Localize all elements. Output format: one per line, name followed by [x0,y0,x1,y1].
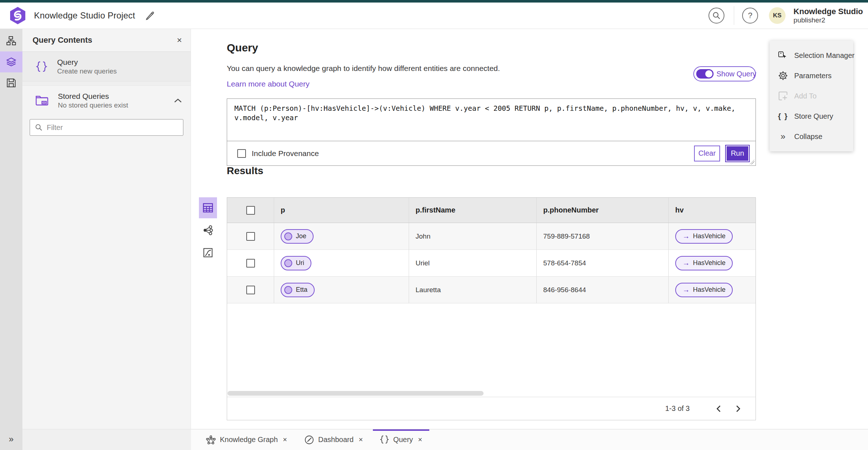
rail-item-model[interactable] [0,30,22,51]
scrollbar-thumb[interactable] [227,391,484,396]
table-row[interactable]: Uri Uriel 578-654-7854 →HasVehicle [227,250,756,277]
braces-icon: { } [778,112,788,121]
row-checkbox[interactable] [246,259,255,268]
arrow-right-icon: → [682,259,690,267]
graph-view-button[interactable] [199,220,217,241]
parameters-button[interactable]: Parameters [770,67,853,85]
run-button[interactable]: Run [726,146,749,161]
select-all-checkbox[interactable] [246,206,255,215]
close-tab-icon[interactable]: × [418,436,422,444]
braces-icon [35,60,48,73]
header-actions: ? KS Knowledge Studio publisher2 [709,6,863,25]
panel-item-sublabel: No stored queries exist [58,101,128,110]
panel-item-label: Stored Queries [58,91,128,101]
cell-firstname: Uriel [409,250,537,276]
chevron-up-icon[interactable] [174,98,182,103]
table-header-row: p p.firstName p.phoneNumber hv [227,198,756,223]
rail-item-save[interactable] [0,72,22,93]
panel-item-label: Query [57,57,117,67]
help-button[interactable]: ? [742,8,758,24]
store-query-button[interactable]: { } Store Query [770,107,853,125]
resize-grip-icon[interactable] [749,159,754,164]
include-provenance-label: Include Provenance [252,149,319,158]
app-header: Knowledge Studio Project ? KS Knowledge … [0,3,868,29]
row-checkbox[interactable] [246,286,255,294]
filter-input[interactable] [47,123,178,132]
user-avatar[interactable]: KS [769,7,786,24]
panel-item-sublabel: Create new queries [57,67,117,76]
project-title: Knowledge Studio Project [34,10,135,21]
cell-firstname: John [409,223,537,249]
entity-pill[interactable]: Uri [281,256,311,270]
row-checkbox[interactable] [246,232,255,241]
column-header-hv[interactable]: hv [669,198,756,223]
entity-pill[interactable]: Joe [281,229,314,244]
horizontal-scrollbar [227,390,756,397]
relationship-pill[interactable]: →HasVehicle [675,256,733,270]
table-pagination: 1-3 of 3 [227,397,756,420]
expand-panel-button[interactable]: » [0,431,22,447]
panel-item-query[interactable]: Query Create new queries [22,52,191,81]
column-header-firstname[interactable]: p.firstName [409,198,537,223]
panel-title: Query Contents [33,35,92,45]
save-icon [7,78,16,88]
show-query-toggle[interactable]: Show Query [693,66,756,81]
entity-node-icon [284,232,292,240]
show-query-label: Show Query [716,70,756,78]
table-row[interactable]: Etta Lauretta 846-956-8644 →HasVehicle [227,277,756,303]
product-name: Knowledge Studio [793,7,863,16]
panel-item-stored-queries[interactable]: Stored Queries No stored queries exist [22,86,191,115]
relationship-pill[interactable]: →HasVehicle [675,283,733,297]
pagination-range: 1-3 of 3 [665,404,690,413]
arrow-right-icon: → [682,232,690,240]
relationship-pill[interactable]: →HasVehicle [675,229,733,244]
app-logo-icon [9,7,26,25]
tab-knowledge-graph[interactable]: Knowledge Graph × [197,429,296,450]
close-tab-icon[interactable]: × [359,436,363,444]
selection-manager-button[interactable]: Selection Manager [770,46,853,64]
add-to-icon [778,91,788,101]
learn-more-link[interactable]: Learn more about Query [227,80,310,88]
table-view-icon [203,203,213,213]
tab-query[interactable]: Query × [371,429,431,450]
query-textarea[interactable]: MATCH (p:Person)-[hv:HasVehicle]->(v:Veh… [227,99,756,141]
rail-item-layers[interactable] [0,51,22,72]
results-view-switcher [199,197,217,263]
clear-button[interactable]: Clear [694,146,720,161]
close-tab-icon[interactable]: × [283,436,287,444]
previous-page-button[interactable] [711,401,726,416]
table-row[interactable]: Joe John 759-889-57168 →HasVehicle [227,223,756,250]
collapse-menu-button[interactable]: » Collapse [770,127,853,146]
search-button[interactable] [709,8,724,24]
panel-gap [22,81,191,86]
query-contents-panel: Query Contents × Query Create new querie… [22,29,191,450]
chevron-left-icon [716,405,722,413]
column-header-p[interactable]: p [274,198,409,223]
knowledge-graph-icon [206,435,216,445]
chart-view-icon [203,248,213,257]
header-divider [734,6,734,25]
edit-title-icon[interactable] [145,10,156,21]
table-view-button[interactable] [199,197,217,218]
chart-view-button[interactable] [199,242,217,263]
tab-dashboard[interactable]: Dashboard × [296,429,372,450]
left-icon-rail: » [0,29,22,450]
selection-manager-icon [778,50,788,60]
results-heading: Results [227,165,263,177]
add-to-button: Add To [770,87,853,105]
next-page-button[interactable] [731,401,745,416]
stored-queries-folder-icon [35,95,48,106]
main-content: Query You can query a knowledge graph to… [191,29,868,429]
app-root: Knowledge Studio Project ? KS Knowledge … [0,0,868,450]
graph-view-icon [203,225,213,235]
include-provenance-checkbox[interactable] [237,149,246,158]
column-header-phonenumber[interactable]: p.phoneNumber [537,198,669,223]
cell-phonenumber: 578-654-7854 [537,250,669,276]
toggle-on-icon [696,69,714,79]
panel-bottom-strip [22,429,191,450]
entity-pill[interactable]: Etta [281,283,315,297]
chevron-right-icon [735,405,741,413]
close-panel-icon[interactable]: × [177,36,182,45]
chevron-double-right-icon: » [780,132,785,141]
chevron-double-right-icon: » [9,434,13,444]
